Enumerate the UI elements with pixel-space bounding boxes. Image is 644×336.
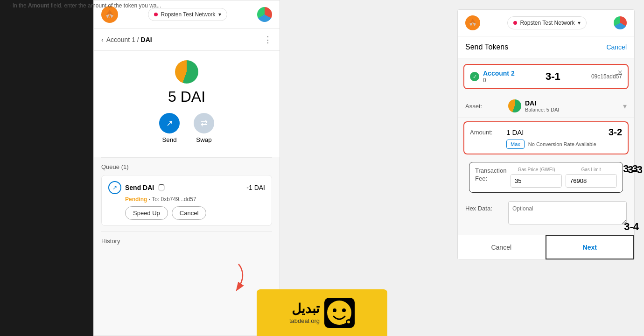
globe-icon-right[interactable] — [614, 16, 627, 29]
amount-row: Amount: 1 DAI 3-2 — [470, 127, 622, 138]
tx-fee-area: 3-3 Transaction Fee: Gas Price (GWEI) Ga… — [463, 158, 629, 196]
network-dot-right — [513, 21, 517, 25]
step-32-label: 3-2 — [609, 127, 622, 138]
tx-fee-content: Transaction Fee: Gas Price (GWEI) Gas Li… — [475, 167, 617, 188]
account2-balance: 0 — [483, 77, 515, 84]
asset-row: Asset: DAI Balance: 5 DAI ▾ — [458, 95, 634, 118]
amount-box: Amount: 1 DAI 3-2 Max No Conversion Rate… — [463, 121, 629, 154]
hex-input-wrapper: ⊿ — [508, 201, 627, 226]
hex-data-row: Hex Data: ⊿ — [458, 196, 634, 231]
hex-data-label: Hex Data: — [465, 201, 503, 212]
gas-limit-input-group[interactable]: ▲ ▼ — [566, 174, 617, 188]
svg-point-14 — [347, 321, 350, 323]
next-button[interactable]: Next — [546, 235, 635, 259]
network-label-right: Ropsten Test Network — [520, 20, 574, 26]
amount-bold: Amount — [28, 2, 49, 9]
asset-balance: Balance: 5 DAI — [525, 107, 559, 112]
tx-fee-label-group: Transaction Fee: — [475, 167, 511, 182]
bottom-section: 3-4 Cancel Next — [458, 235, 634, 259]
fox-icon-right — [465, 15, 480, 30]
gas-price-input[interactable] — [511, 175, 562, 187]
asset-name: DAI — [525, 99, 559, 107]
tx-fee-box: Transaction Fee: Gas Price (GWEI) Gas Li… — [469, 162, 623, 193]
gas-limit-col-label: Gas Limit — [565, 167, 617, 172]
account2-name: Account 2 — [483, 70, 515, 77]
cancel-main-button[interactable]: Cancel — [458, 235, 546, 259]
svg-point-15 — [465, 15, 480, 30]
svg-point-12 — [342, 308, 346, 312]
amount-label: Amount: — [470, 129, 503, 136]
tx-fee-col-labels: Gas Price (GWEI) Gas Limit — [511, 167, 617, 172]
step33-outside-label: 3-3 — [628, 164, 643, 176]
step-34-label: 3-4 — [624, 221, 639, 233]
instruction-text: · In the Amount field, enter the amount … — [0, 2, 644, 9]
tx-fee-label2: Fee: — [475, 175, 511, 182]
tabdeal-fa-text: تبدیل — [292, 301, 320, 316]
tabdeal-logo: تبدیل tabdeal.org — [257, 289, 387, 336]
amount-value: 1 DAI — [503, 128, 604, 136]
account2-close-icon[interactable]: ✕ — [617, 69, 623, 76]
step-31-label: 3-1 — [546, 70, 560, 83]
check-circle-icon: ✓ — [470, 72, 479, 81]
asset-label: Asset: — [465, 103, 503, 110]
network-badge-right[interactable]: Ropsten Test Network ▾ — [507, 16, 586, 29]
chevron-down-icon-right: ▾ — [578, 20, 581, 26]
metamask-window-right: Ropsten Test Network ▾ Send Tokens Cance… — [457, 9, 635, 260]
gas-limit-input[interactable] — [566, 175, 617, 187]
gas-price-col-label: Gas Price (GWEI) — [511, 167, 562, 172]
asset-selector[interactable]: DAI Balance: 5 DAI ▾ — [508, 99, 627, 112]
asset-dropdown-icon: ▾ — [623, 102, 627, 111]
send-tokens-header: Send Tokens Cancel — [458, 36, 634, 58]
tx-fee-label: Transaction — [475, 167, 511, 174]
account2-info: Account 2 0 — [483, 70, 515, 84]
hex-data-input[interactable] — [508, 201, 627, 224]
send-tokens-cancel-link[interactable]: Cancel — [606, 43, 627, 51]
svg-point-11 — [333, 308, 336, 312]
tabdeal-logo-icon — [324, 298, 355, 328]
send-tokens-title: Send Tokens — [465, 43, 508, 51]
mm-header-right: Ropsten Test Network ▾ — [458, 10, 634, 36]
dai-icon — [508, 99, 521, 112]
asset-info: DAI Balance: 5 DAI — [525, 99, 559, 112]
no-conversion-text: No Conversion Rate Available — [528, 141, 596, 147]
max-button[interactable]: Max — [506, 140, 525, 149]
tx-fee-inputs: ▲ ▼ ▲ ▼ — [511, 174, 617, 188]
tabdeal-text-group: تبدیل tabdeal.org — [289, 301, 320, 324]
red-arrow-indicator — [224, 259, 252, 299]
amount-bottom-row: Max No Conversion Rate Available — [470, 140, 622, 149]
tabdeal-en-text: tabdeal.org — [289, 317, 320, 324]
tx-fee-right: Gas Price (GWEI) Gas Limit ▲ ▼ — [511, 167, 617, 188]
bottom-buttons: Cancel Next — [458, 235, 634, 259]
gas-price-input-group[interactable]: ▲ ▼ — [511, 174, 562, 188]
account2-left: ✓ Account 2 0 — [470, 70, 515, 84]
account2-box: ✓ Account 2 0 3-1 09c15add57 ✕ — [463, 64, 629, 89]
